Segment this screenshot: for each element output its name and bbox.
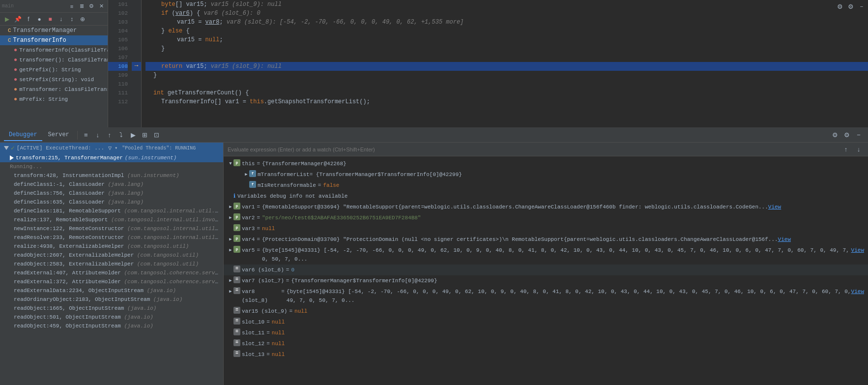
frame-item-realize137[interactable]: realize:137, RemotableSupport (com.tango… bbox=[0, 215, 223, 224]
var-row-slot10[interactable]: ▶ = slot_10 = null bbox=[224, 317, 868, 327]
frame-item-428[interactable]: transform:428, InstrumentationImpl (sun.… bbox=[0, 171, 223, 180]
thread-label: [ACTIVE] ExecuteThread: ... bbox=[17, 145, 104, 151]
expand-var1-icon[interactable]: ▶ bbox=[228, 203, 233, 211]
expand-var4-icon[interactable]: ▶ bbox=[228, 235, 233, 244]
evaluate-btn[interactable]: ⊞ bbox=[140, 130, 150, 141]
debug-gutter: → bbox=[132, 0, 142, 127]
structure-item-setprefix[interactable]: ● setPrefix(String): void bbox=[0, 75, 108, 85]
frame-selected[interactable]: transform:215, TransformerManager (sun.i… bbox=[0, 153, 223, 162]
frame-item-defineclass1[interactable]: defineClass1:-1, ClassLoader (java.lang) bbox=[0, 180, 223, 189]
step-out-btn[interactable]: ↑ bbox=[104, 130, 115, 141]
close-panel-btn[interactable]: ✕ bbox=[97, 2, 106, 11]
structure-item-mtransformer[interactable]: ● mTransformer: ClassFileTrans... bbox=[0, 85, 108, 94]
frame-item-readresolve233[interactable]: readResolve:233, RemoteConstructor (com.… bbox=[0, 233, 223, 242]
record-btn[interactable]: ● bbox=[34, 14, 44, 24]
var-row-var2[interactable]: ▶ p var2 = "pers/neo/test6$2ABAFAE336502… bbox=[224, 212, 868, 223]
gutter-107 bbox=[132, 53, 141, 62]
stop-btn[interactable]: ■ bbox=[45, 14, 55, 24]
frame-item-defineclass635[interactable]: defineClass:635, ClassLoader (java.lang) bbox=[0, 198, 223, 207]
watch-down-btn[interactable]: ↓ bbox=[853, 144, 864, 155]
var-row-var6[interactable]: ▶ = var6 (slot_6) = 0 bbox=[224, 265, 868, 275]
frame-item-readobject1665[interactable]: readObject:1665, ObjectInputStream (java… bbox=[0, 304, 223, 313]
debug-btn1[interactable]: ↓ bbox=[56, 14, 66, 24]
var-row-var7[interactable]: ▶ = var7 (slot_7) = {TransformerManager$… bbox=[224, 275, 868, 286]
settings-gear-btn[interactable]: ⚙ bbox=[830, 130, 840, 141]
frame-item-readobject501[interactable]: readObject:501, ObjectInputStream (java.… bbox=[0, 313, 223, 322]
expand-this-icon[interactable]: ▼ bbox=[228, 159, 233, 168]
align-right-btn[interactable]: ≣ bbox=[77, 2, 86, 11]
pin-btn[interactable]: 📌 bbox=[13, 14, 23, 24]
var1-view-link[interactable]: View bbox=[768, 203, 781, 211]
expand-thread-icon bbox=[4, 146, 9, 150]
debug-btn2[interactable]: ↕ bbox=[67, 14, 77, 24]
expand-var8-icon[interactable]: ▶ bbox=[228, 287, 233, 296]
var-row-var4[interactable]: ▶ p var4 = {ProtectionDomain@33700} "Pro… bbox=[224, 234, 868, 245]
var-row-this[interactable]: ▼ p this = {TransformerManager@42268} bbox=[224, 158, 868, 169]
var8-view-link[interactable]: View bbox=[851, 287, 864, 296]
frame-item-newinstance122[interactable]: newInstance:122, RemoteConstructor (com.… bbox=[0, 224, 223, 233]
editor-settings-btn[interactable]: ⚙ bbox=[836, 2, 844, 11]
gutter-105 bbox=[132, 35, 141, 44]
settings-btn[interactable]: ⚙ bbox=[87, 2, 96, 11]
structure-item-constructor[interactable]: ● TransformerInfo(ClassFileTrans... bbox=[0, 45, 108, 55]
structure-item-getprefix[interactable]: ● getPrefix(): String bbox=[0, 65, 108, 75]
structure-item-transformermanager[interactable]: C TransformerManager bbox=[0, 26, 108, 35]
tab-debugger[interactable]: Debugger bbox=[4, 129, 42, 141]
step-into-btn[interactable]: ↓ bbox=[92, 130, 103, 141]
frame-item-readobject2607[interactable]: readObject:2607, ExternalizableHelper (c… bbox=[0, 251, 223, 260]
structure-item-transformer-method[interactable]: ● transformer(): ClassFileTransfo... bbox=[0, 55, 108, 65]
red-dot-icon: ● bbox=[14, 47, 17, 54]
editor-gear-btn[interactable]: ⚙ bbox=[846, 2, 855, 11]
editor-close-btn[interactable]: − bbox=[857, 2, 866, 11]
frame-item-readexternal372[interactable]: readExternal:372, AttributeHolder (com.t… bbox=[0, 277, 223, 286]
gutter-103 bbox=[132, 18, 141, 27]
toggle-btn[interactable]: f bbox=[24, 14, 33, 24]
var-row-slot12[interactable]: ▶ = slot_12 = null bbox=[224, 338, 868, 349]
var-row-var8[interactable]: ▶ = var8 (slot_8) = {byte[1545]@43331} [… bbox=[224, 286, 868, 306]
run-icon-btn[interactable]: ▶ bbox=[2, 14, 12, 24]
var2-icon: p bbox=[233, 213, 240, 220]
var7-icon: = bbox=[233, 276, 240, 283]
run-to-cursor-btn[interactable]: ⤵ bbox=[116, 130, 127, 141]
debug-btn3[interactable]: ⊕ bbox=[78, 14, 87, 24]
structure-item-mprefix[interactable]: ● mPrefix: String bbox=[0, 94, 108, 104]
frame-item-readobject2583[interactable]: readObject:2583, ExternalizableHelper (c… bbox=[0, 260, 223, 268]
expand-var7-icon[interactable]: ▶ bbox=[228, 276, 233, 285]
var4-view-link[interactable]: View bbox=[778, 235, 791, 244]
frame-item-defineclass181[interactable]: defineClass:181, RemotableSupport (com.t… bbox=[0, 207, 223, 215]
var-row-misretransformable[interactable]: ▶ f mIsRetransformable = false bbox=[224, 180, 868, 191]
gutter-106 bbox=[132, 44, 141, 53]
var-row-mtransformerlist[interactable]: ▶ f mTransformerList = {TransformerManag… bbox=[224, 169, 868, 180]
expand-var5-icon[interactable]: ▶ bbox=[228, 246, 233, 255]
resume-btn[interactable]: ▶ bbox=[128, 130, 139, 141]
frame-item-readexternaldata[interactable]: readExternalData:2234, ObjectInputStream… bbox=[0, 286, 223, 295]
var-row-var5[interactable]: ▶ p var5 = {byte[1545]@43331} [-54, -2, … bbox=[224, 245, 868, 265]
step-over-btn[interactable]: ≡ bbox=[81, 130, 91, 141]
watch-up-btn[interactable]: ↑ bbox=[840, 144, 851, 155]
tab-server[interactable]: Server bbox=[43, 129, 74, 141]
code-lines: byte[] var15; var15 (slot_9): null if (v… bbox=[142, 0, 868, 127]
threads-panel: ✓ [ACTIVE] ExecuteThread: ... ▽ ▾ "Poole… bbox=[0, 143, 224, 385]
var-row-var3[interactable]: ▶ p var3 = null bbox=[224, 223, 868, 234]
expand-var2-icon[interactable]: ▶ bbox=[228, 213, 233, 222]
var-row-slot11[interactable]: ▶ = slot_11 = null bbox=[224, 327, 868, 338]
class-icon: C bbox=[8, 37, 11, 43]
structure-item-transformerinfo[interactable]: C TransformerInfo bbox=[0, 35, 108, 45]
frame-item-realize4938[interactable]: realize:4938, ExternalizableHelper (com.… bbox=[0, 242, 223, 251]
frame-item-readobject459[interactable]: readObject:459, ObjectInputStream (java.… bbox=[0, 322, 223, 330]
minimize-btn[interactable]: − bbox=[853, 130, 864, 141]
frame-item-readordinaryobject[interactable]: readOrdinaryObject:2183, ObjectInputStre… bbox=[0, 295, 223, 304]
align-left-btn[interactable]: ≡ bbox=[67, 2, 76, 11]
var-row-var15[interactable]: ▶ = var15 (slot_9) = null bbox=[224, 306, 868, 317]
var8-icon: = bbox=[233, 287, 240, 294]
var5-view-link[interactable]: View bbox=[851, 246, 864, 255]
frame-item-defineclass756[interactable]: defineClass:756, ClassLoader (java.lang) bbox=[0, 189, 223, 198]
frame-item-readexternal407[interactable]: readExternal:407, AttributeHolder (com.t… bbox=[0, 268, 223, 277]
active-thread-item[interactable]: ✓ [ACTIVE] ExecuteThread: ... ▽ ▾ "Poole… bbox=[0, 143, 223, 153]
var-row-slot13[interactable]: ▶ = slot_13 = null bbox=[224, 349, 868, 360]
drop-frame-btn[interactable]: ⊡ bbox=[151, 130, 162, 141]
watch-input[interactable] bbox=[228, 147, 839, 152]
layout-btn[interactable]: ⚙ bbox=[841, 130, 852, 141]
var-row-var1[interactable]: ▶ p var1 = {RemotableSupport@33694} "Rem… bbox=[224, 202, 868, 212]
expand-mtransformerlist-icon[interactable]: ▶ bbox=[243, 170, 249, 179]
